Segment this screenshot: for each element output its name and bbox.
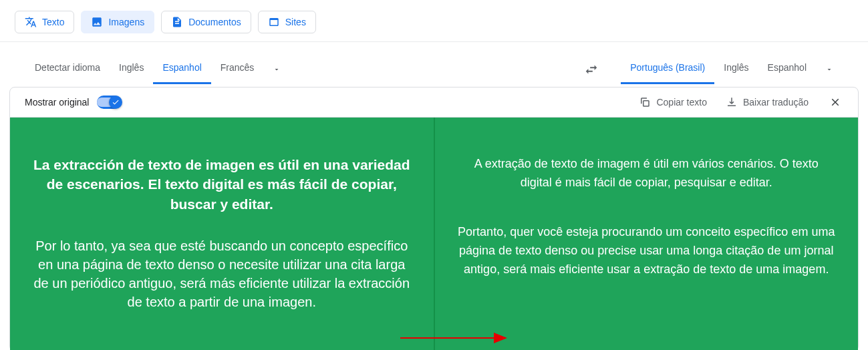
lang-source-french[interactable]: Francês xyxy=(211,54,264,84)
target-language-group: Português (Brasil) Inglês Espanhol xyxy=(621,54,843,84)
download-icon xyxy=(726,96,738,108)
chevron-down-icon xyxy=(825,65,833,73)
lang-detect[interactable]: Detectar idioma xyxy=(25,54,110,84)
tab-sites[interactable]: Sites xyxy=(258,11,316,33)
close-icon xyxy=(829,96,841,108)
show-original-toggle[interactable] xyxy=(97,96,121,109)
source-language-group: Detectar idioma Inglês Espanhol Francês xyxy=(25,54,290,84)
image-icon xyxy=(91,16,103,28)
copy-text-label: Copiar texto xyxy=(656,97,706,108)
translate-icon xyxy=(25,16,37,28)
site-icon xyxy=(268,16,280,28)
lang-source-spanish[interactable]: Espanhol xyxy=(153,54,210,84)
toggle-knob xyxy=(109,96,122,109)
check-icon xyxy=(112,98,120,106)
document-icon xyxy=(171,16,183,28)
source-language-more[interactable] xyxy=(263,65,290,73)
tab-text-label: Texto xyxy=(42,17,64,27)
tab-sites-label: Sites xyxy=(285,17,306,27)
lang-source-english[interactable]: Inglês xyxy=(110,54,153,84)
lang-target-portuguese[interactable]: Português (Brasil) xyxy=(621,54,714,84)
tab-images[interactable]: Imagens xyxy=(81,11,154,33)
source-panel: La extracción de texto de imagen es útil… xyxy=(10,118,435,350)
download-translation-button[interactable]: Baixar tradução xyxy=(726,96,809,108)
source-paragraph-2: Por lo tanto, ya sea que esté buscando u… xyxy=(33,236,411,311)
lang-target-english[interactable]: Inglês xyxy=(714,54,758,84)
lang-target-spanish[interactable]: Espanhol xyxy=(758,54,816,84)
copy-icon xyxy=(639,96,651,108)
translation-paragraph-2: Portanto, quer você esteja procurando um… xyxy=(458,223,836,279)
close-button[interactable] xyxy=(827,94,843,110)
translation-paragraph-1: A extração de texto de imagem é útil em … xyxy=(458,155,836,192)
swap-languages-button[interactable] xyxy=(578,56,605,83)
tab-text[interactable]: Texto xyxy=(15,11,74,33)
tab-documents[interactable]: Documentos xyxy=(161,11,251,33)
target-language-more[interactable] xyxy=(816,65,843,73)
translation-panel: A extração de texto de imagem é útil em … xyxy=(435,118,859,350)
chevron-down-icon xyxy=(273,65,281,73)
show-original-label: Mostrar original xyxy=(25,97,89,108)
swap-icon xyxy=(584,62,599,77)
source-paragraph-1: La extracción de texto de imagen es útil… xyxy=(33,155,411,214)
result-toolbar: Mostrar original Copiar texto Baixar tra… xyxy=(9,87,859,118)
copy-text-button[interactable]: Copiar texto xyxy=(639,96,706,108)
download-translation-label: Baixar tradução xyxy=(743,97,809,108)
tab-images-label: Imagens xyxy=(108,17,144,27)
svg-rect-0 xyxy=(643,101,649,106)
tab-documents-label: Documentos xyxy=(188,17,241,27)
